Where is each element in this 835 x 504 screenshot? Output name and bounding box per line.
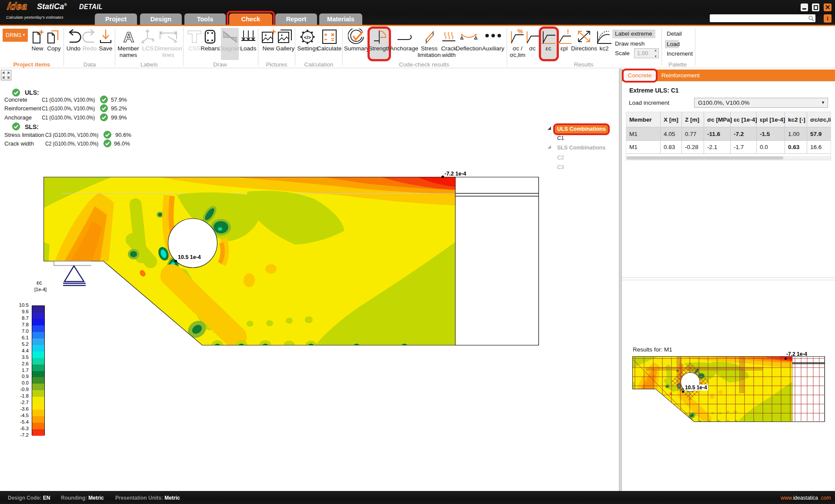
- svg-text:</>: </>: [304, 35, 311, 40]
- svg-text:A: A: [124, 29, 134, 44]
- svg-text:!: !: [567, 29, 569, 35]
- svg-text:%: %: [518, 29, 523, 35]
